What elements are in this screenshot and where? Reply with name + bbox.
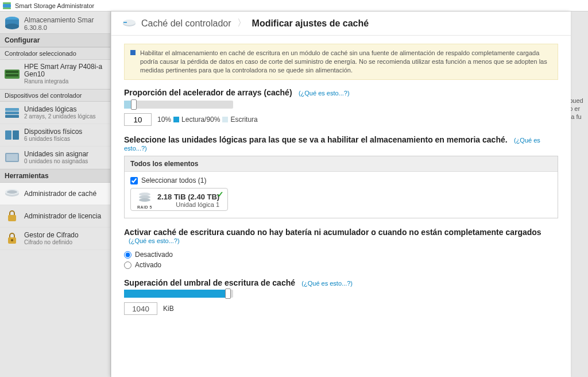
section-tools: Herramientas [0, 169, 110, 183]
svg-point-21 [11, 239, 13, 241]
sidebar-tool-license[interactable]: Administrador de licencia [0, 205, 110, 228]
write-label: Escritura [230, 116, 257, 124]
unassigned-icon [3, 150, 21, 165]
ld-size: 2.18 TiB (2.40 TB) [157, 193, 219, 201]
lock-icon [3, 209, 21, 224]
svg-rect-8 [6, 74, 18, 76]
svg-rect-2 [3, 7, 11, 9]
nobatt-off-radio[interactable] [124, 251, 131, 259]
raid-label: RAID 5 [137, 205, 152, 209]
sidebar-item-logical-drives[interactable]: Unidades lógicas 2 arrays, 2 unidades ló… [0, 102, 110, 124]
sidebar-item-physical-drives[interactable]: Dispositivos físicos 6 unidades físicas [0, 124, 110, 147]
svg-rect-0 [3, 4, 11, 7]
physical-drives-icon [3, 128, 21, 143]
threshold-help-link[interactable]: (¿Qué es esto...?) [301, 280, 353, 287]
svg-rect-11 [5, 115, 19, 118]
read-pct: 10% [157, 116, 171, 124]
sidebar-item-label: Gestor de Cifrado [24, 232, 79, 239]
write-pct: 90% [206, 116, 220, 124]
nobatt-off-label: Desactivado [135, 251, 173, 259]
warning-banner: Habilitar el almacenamiento en caché de … [124, 44, 558, 80]
svg-point-18 [7, 190, 17, 194]
breadcrumb: Caché del controlador 〉 Modificar ajuste… [111, 11, 571, 36]
svg-rect-12 [5, 130, 11, 140]
controller-gen: Gen10 [24, 71, 102, 78]
nobatt-title: Activar caché de escritura cuando no hay… [124, 228, 541, 237]
controller-icon [122, 18, 137, 29]
sidebar-item-label: Unidades lógicas [24, 106, 96, 113]
read-label: Lectura [181, 116, 204, 124]
threshold-slider[interactable] [124, 290, 233, 298]
svg-rect-1 [3, 2, 11, 4]
sidebar-item-label: Dispositivos físicos [24, 128, 82, 136]
check-icon: ✓ [217, 190, 224, 199]
product-version: 6.30.8.0 [24, 24, 94, 32]
chevron-right-icon: 〉 [237, 17, 246, 29]
threshold-unit: KiB [163, 305, 174, 313]
ld-name: Unidad lógica 1 [157, 201, 219, 208]
sidebar-item-sub: 2 arrays, 2 unidades lógicas [24, 113, 96, 120]
encryption-icon [3, 231, 21, 246]
read-color-swatch [173, 117, 179, 122]
threshold-input[interactable] [124, 302, 157, 315]
select-ld-title: Seleccione las unidades lógicas para las… [124, 135, 508, 144]
select-all-checkbox[interactable] [130, 177, 138, 184]
svg-rect-15 [6, 154, 18, 161]
svg-rect-19 [8, 215, 16, 221]
product-name: Almacenamiento Smar [24, 16, 94, 24]
app-icon [2, 1, 11, 10]
logical-drives-icon [3, 105, 21, 120]
section-devices: Dispositivos del controlador [0, 89, 110, 102]
crumb-current: Modificar ajustes de caché [252, 18, 369, 29]
sidebar-item-sub: 6 unidades físicas [24, 136, 82, 143]
sidebar-item-label: Unidades sin asignar [24, 151, 88, 158]
nobatt-on-row[interactable]: Activado [124, 261, 558, 269]
sidebar-tool-cache[interactable]: Administrador de caché [0, 183, 110, 205]
section-configure: Configurar [0, 33, 110, 47]
crumb-parent[interactable]: Caché del controlador [141, 18, 231, 29]
svg-rect-24 [123, 22, 127, 23]
controller-slot: Ranura integrada [24, 78, 102, 85]
nobatt-on-radio[interactable] [124, 261, 131, 269]
logical-drive-card[interactable]: ✓ RAID 5 2.18 TiB (2.40 TB) Unidad l [130, 188, 228, 211]
cache-admin-icon [3, 186, 21, 201]
workspace: o pued nto er una fu Caché del controlad… [111, 11, 588, 377]
sidebar-item-unassigned[interactable]: Unidades sin asignar 0 unidades no asign… [0, 147, 110, 169]
svg-rect-10 [5, 111, 19, 114]
threshold-title: Superación del umbral de escritura de ca… [124, 278, 295, 287]
section-controller: Controlador seleccionado [0, 47, 110, 60]
sidebar-item-sub: 0 unidades no asignadas [24, 158, 88, 165]
info-bullet-icon [130, 50, 136, 55]
storage-icon [3, 15, 21, 32]
dialog-modify-cache: Caché del controlador 〉 Modificar ajuste… [111, 11, 571, 377]
sidebar-item-sub: Cifrado no definido [24, 239, 79, 246]
disk-stack-icon [138, 191, 152, 205]
nobatt-help-link[interactable]: (¿Qué es esto...?) [129, 237, 180, 244]
select-all-label: Seleccionar todos (1) [141, 176, 206, 184]
ratio-help-link[interactable]: (¿Qué es esto...?) [299, 90, 350, 97]
sidebar-product: Almacenamiento Smar 6.30.8.0 [0, 11, 110, 33]
slider-thumb[interactable] [131, 99, 137, 110]
svg-point-5 [5, 24, 19, 29]
ld-panel: Todos los elementos Seleccionar todos (1… [124, 156, 558, 218]
slider-thumb[interactable] [225, 288, 231, 299]
ratio-title: Proporción del acelerador de arrays (cac… [124, 88, 292, 97]
window-title: Smart Storage Administrator [15, 2, 94, 9]
svg-point-27 [139, 198, 150, 202]
ld-panel-header: Todos los elementos [125, 156, 558, 172]
ratio-slider[interactable] [124, 101, 233, 109]
controller-item[interactable]: HPE Smart Array P408i-a Gen10 Ranura int… [0, 60, 110, 89]
nobatt-off-row[interactable]: Desactivado [124, 251, 558, 259]
sidebar-item-label: Administrador de licencia [24, 213, 101, 220]
ratio-input[interactable] [124, 113, 152, 126]
svg-rect-7 [6, 71, 18, 73]
sidebar-tool-encryption[interactable]: Gestor de Cifrado Cifrado no definido [0, 228, 110, 250]
sidebar: Almacenamiento Smar 6.30.8.0 Configurar … [0, 11, 111, 377]
sidebar-item-label: Administrador de caché [24, 190, 96, 198]
select-all-row[interactable]: Seleccionar todos (1) [130, 176, 552, 184]
svg-rect-9 [5, 108, 19, 111]
window-titlebar: Smart Storage Administrator [0, 0, 588, 11]
write-color-swatch [222, 117, 228, 122]
warning-text: Habilitar el almacenamiento en caché de … [140, 49, 552, 75]
nobatt-on-label: Activado [135, 261, 161, 269]
